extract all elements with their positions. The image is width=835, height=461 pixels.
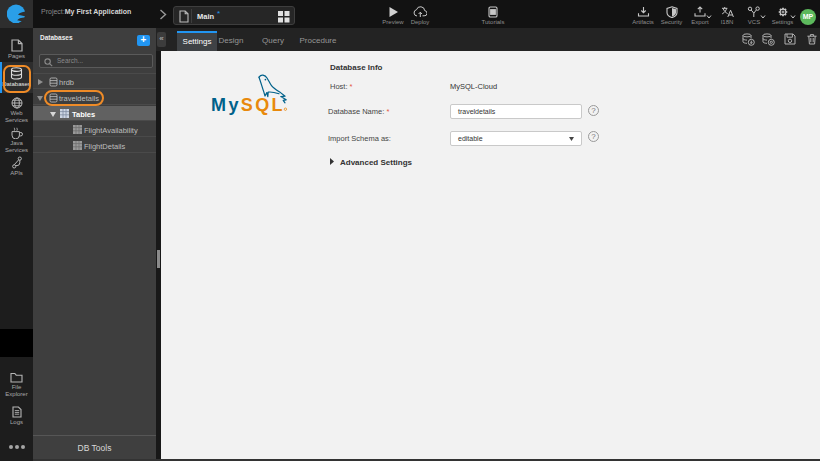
svg-text:MySQL: MySQL	[211, 95, 285, 115]
